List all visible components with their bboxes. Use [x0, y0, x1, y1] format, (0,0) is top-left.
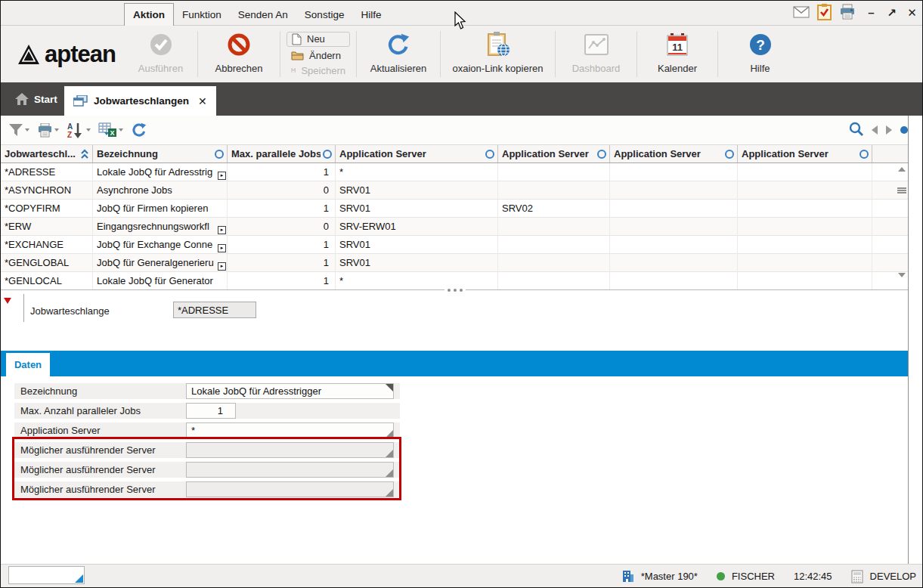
titlebar-icons [793, 4, 856, 23]
application-server-input[interactable] [186, 422, 394, 438]
chevron-down-icon [86, 128, 91, 132]
printer-icon [37, 123, 53, 138]
cell-filler [872, 218, 908, 236]
neu-button[interactable]: Neu [287, 32, 350, 47]
tasks-clipboard-icon[interactable] [817, 4, 832, 23]
cell: *EXCHANGE [1, 236, 93, 254]
menubar: Aktion Funktion Senden An Sonstige Hilfe… [1, 1, 922, 26]
table-row[interactable]: *ERW Eingangsrechnungsworkfl▸ 0 SRV-ERW0… [1, 218, 908, 236]
cell [610, 272, 738, 290]
excel-export-icon: X [98, 122, 117, 138]
minimize-button[interactable]: – [861, 2, 881, 23]
collapse-marker-icon[interactable] [4, 298, 11, 304]
table-row[interactable]: *EXCHANGE JobQ für Exchange Conne▸ 1 SRV… [1, 236, 908, 254]
tab-daten[interactable]: Daten [6, 353, 50, 376]
chevron-down-icon [119, 128, 123, 132]
job-queue-grid: Jobwarteschl... Bezeichnung Max. paralle… [1, 144, 908, 290]
scroll-up-icon[interactable] [898, 167, 906, 172]
hilfe-button[interactable]: ? Hilfe [718, 26, 802, 82]
header-application-server-4[interactable]: Application Server [738, 145, 872, 162]
header-filler [872, 145, 908, 162]
chevron-down-icon [25, 128, 29, 132]
scrollbar-grip[interactable] [897, 187, 906, 193]
menu-senden-an[interactable]: Senden An [230, 4, 296, 26]
abbrechen-button[interactable]: Abbrechen [198, 26, 280, 82]
previous-record-icon[interactable] [872, 125, 878, 135]
print-icon[interactable] [839, 4, 856, 23]
mail-icon[interactable] [793, 6, 810, 21]
header-jobwarteschlange[interactable]: Jobwarteschl... [1, 145, 93, 162]
jobwarteschlange-input[interactable] [173, 302, 256, 318]
search-icon[interactable] [849, 122, 863, 139]
header-application-server-1[interactable]: Application Server [336, 145, 498, 162]
cell-filler [872, 254, 908, 272]
cell: Lokale JobQ für Adresstrig▸ [93, 163, 228, 181]
cell: * [336, 272, 498, 290]
key-field-label: Jobwarteschlange [30, 305, 110, 317]
bezeichnung-input[interactable] [186, 383, 394, 399]
cell: SRV01 [336, 181, 498, 200]
print-list-button[interactable] [37, 123, 59, 138]
svg-text:?: ? [756, 37, 765, 53]
splitter-handle[interactable] [444, 286, 466, 293]
dashboard-chart-icon [584, 32, 609, 57]
maximize-button[interactable]: ↗ [881, 2, 902, 23]
menu-sonstige[interactable]: Sonstige [296, 4, 353, 26]
close-button[interactable]: ✕ [902, 2, 922, 23]
sort-state-icon [860, 150, 869, 159]
export-excel-button[interactable]: X [98, 122, 123, 138]
save-floppy-icon [291, 65, 296, 76]
menu-funktion[interactable]: Funktion [174, 4, 230, 26]
menu-hilfe[interactable]: Hilfe [352, 4, 389, 26]
field-corner-icon [386, 384, 393, 391]
status-system: *Master 190* [641, 571, 698, 582]
status-online-icon [717, 572, 725, 580]
header-bezeichnung[interactable]: Bezeichnung [93, 145, 228, 162]
header-max-parallele-jobs[interactable]: Max. parallele Jobs [228, 145, 336, 162]
calendar-icon: 11 [666, 32, 689, 57]
cell: * [336, 163, 498, 181]
kalender-button[interactable]: 11 Kalender [637, 26, 717, 82]
cell: *ERW [1, 218, 93, 236]
header-application-server-2[interactable]: Application Server [498, 145, 610, 162]
filter-button[interactable] [8, 123, 29, 137]
next-record-icon[interactable] [886, 125, 892, 135]
status-command-input[interactable] [8, 566, 85, 584]
tab-jobwarteschlangen[interactable]: Jobwarteschlangen ✕ [64, 86, 216, 116]
cell [738, 218, 872, 236]
cell: *ADRESSE [1, 163, 93, 181]
scroll-down-icon[interactable] [898, 273, 906, 277]
sort-button[interactable]: AZ [67, 122, 91, 138]
header-application-server-3[interactable]: Application Server [610, 145, 738, 162]
content-right-border [908, 116, 909, 564]
resize-corner-icon [75, 574, 83, 583]
tab-start[interactable]: Start [8, 82, 64, 116]
dashboard-button[interactable]: Dashboard [556, 26, 636, 82]
ausfuehren-button[interactable]: Ausführen [124, 26, 197, 82]
refresh-list-button[interactable] [131, 122, 147, 138]
table-row[interactable]: *GENGLOBAL JobQ für Generalgenerieru▸ 1 … [1, 254, 908, 272]
cell: 1 [228, 272, 336, 290]
cell [738, 181, 872, 200]
sort-state-icon [323, 150, 332, 159]
statusbar-right: *Master 190* FISCHER 12:42:45 DEVELOP [621, 565, 916, 588]
table-row[interactable]: *COPYFIRM JobQ für Firmen kopieren 1 SRV… [1, 200, 908, 218]
table-row[interactable]: *ADRESSE Lokale JobQ für Adresstrig▸ 1 * [1, 163, 908, 181]
aendern-button[interactable]: Ändern [287, 49, 350, 62]
chevron-down-icon [54, 128, 59, 132]
annotation-red-box [12, 437, 401, 500]
tab-close-icon[interactable]: ✕ [198, 95, 207, 107]
speichern-button[interactable]: Speichern [287, 64, 350, 77]
oxaion-link-kopieren-button[interactable]: oxaion-Link kopieren [441, 26, 555, 82]
truncated-text-icon: ▸ [218, 226, 226, 234]
max-parallele-jobs-input[interactable] [186, 403, 236, 419]
menu-aktion[interactable]: Aktion [124, 3, 174, 26]
company-building-icon [621, 570, 634, 583]
aptean-logo: aptean [1, 26, 124, 82]
table-row[interactable]: *ASYNCHRON Asynchrone Jobs 0 SRV01 [1, 181, 908, 200]
cell: 1 [228, 163, 336, 181]
cell: *COPYFIRM [1, 200, 93, 218]
new-document-icon [292, 33, 302, 45]
record-indicator-icon[interactable] [900, 126, 908, 134]
aktualisieren-button[interactable]: Aktualisieren [357, 26, 440, 82]
